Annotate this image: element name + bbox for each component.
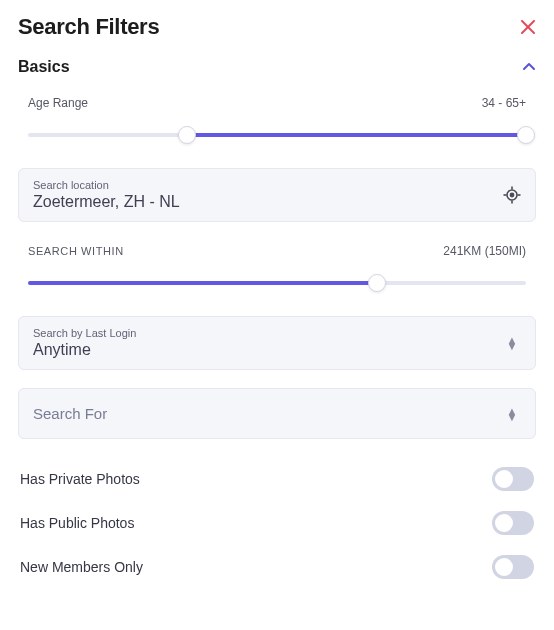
panel-title: Search Filters [18,14,159,40]
search-within-field: SEARCH WITHIN 241KM (150MI) [18,244,536,294]
toggle-private-photos[interactable] [492,467,534,491]
search-location-field[interactable]: Search location Zoetermeer, ZH - NL [18,168,536,222]
sort-arrows-icon: ▲▼ [507,337,518,349]
search-within-label: SEARCH WITHIN [28,245,124,257]
last-login-value: Anytime [33,341,521,359]
search-for-select[interactable]: Search For ▲▼ [18,388,536,439]
toggle-public-photos-row: Has Public Photos [18,501,536,545]
toggle-public-photos[interactable] [492,511,534,535]
search-for-dropdown-affordance: ▲▼ [503,405,521,423]
svg-point-3 [510,193,513,196]
search-for-placeholder: Search For [33,399,521,428]
search-filters-panel: Search Filters Basics Age Range 34 - 65+ [0,0,554,607]
toggle-new-members-row: New Members Only [18,545,536,589]
collapse-toggle[interactable] [522,58,536,76]
toggle-private-photos-label: Has Private Photos [20,471,140,487]
use-current-location-button[interactable] [503,186,521,204]
search-location-label: Search location [33,179,521,191]
age-slider-knob-low[interactable] [178,126,196,144]
search-within-value: 241KM (150MI) [443,244,526,258]
last-login-select[interactable]: Search by Last Login Anytime ▲▼ [18,316,536,370]
section-basics-label: Basics [18,58,70,76]
search-within-slider[interactable] [28,272,526,294]
age-range-label: Age Range [28,96,88,110]
age-range-value: 34 - 65+ [482,96,526,110]
chevron-up-icon [522,62,536,72]
toggle-new-members-label: New Members Only [20,559,143,575]
age-range-slider[interactable] [28,124,526,146]
panel-header: Search Filters [18,14,536,40]
last-login-label: Search by Last Login [33,327,521,339]
age-range-field: Age Range 34 - 65+ [18,96,536,146]
toggle-public-photos-label: Has Public Photos [20,515,134,531]
age-slider-knob-high[interactable] [517,126,535,144]
last-login-dropdown-affordance: ▲▼ [503,334,521,352]
toggle-new-members[interactable] [492,555,534,579]
toggle-private-photos-row: Has Private Photos [18,457,536,501]
crosshair-icon [503,186,521,204]
close-button[interactable] [520,19,536,35]
section-basics-header[interactable]: Basics [18,58,536,76]
sort-arrows-icon: ▲▼ [507,408,518,420]
close-icon [521,20,535,34]
search-location-value: Zoetermeer, ZH - NL [33,193,521,211]
distance-slider-knob[interactable] [368,274,386,292]
